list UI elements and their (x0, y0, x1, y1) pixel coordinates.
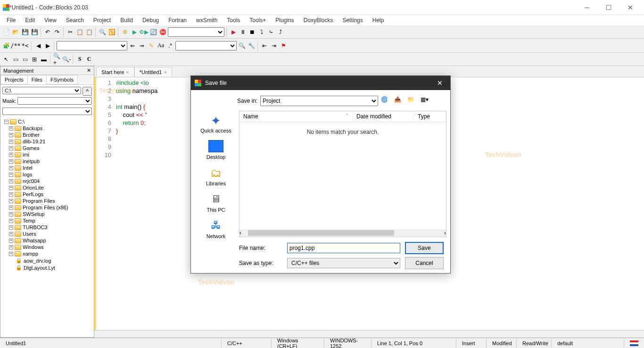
tree-folder[interactable]: +Program Files (x86) (2, 204, 92, 211)
file-list-scrollbar[interactable]: ‹› (239, 229, 446, 237)
zoom-out-icon[interactable]: 🔍- (62, 55, 71, 64)
menu-search[interactable]: Search (61, 16, 89, 25)
col-date[interactable]: Date modified (353, 111, 414, 122)
tree-file[interactable]: 🔒DlgLayout.Lyt (2, 264, 92, 271)
regex-icon[interactable]: .* (166, 41, 174, 50)
save-all-icon[interactable]: 💾 (30, 28, 39, 36)
close-icon[interactable]: × (126, 69, 129, 75)
expand-icon[interactable]: + (9, 252, 13, 256)
tree-folder[interactable]: +Brother (2, 132, 92, 138)
menu-toolsplus[interactable]: Tools+ (245, 16, 271, 25)
expand-icon[interactable]: + (9, 192, 13, 197)
redo-icon[interactable]: ↷ (53, 28, 61, 36)
copy-icon[interactable]: 📋 (75, 28, 84, 36)
tree-folder[interactable]: +PerfLogs (2, 191, 92, 198)
status-lang-flag[interactable] (624, 338, 644, 348)
save-as-type-select[interactable]: C/C++ files (287, 258, 400, 268)
drive-up-button[interactable]: ^ (83, 87, 92, 96)
prev-mark-icon[interactable]: ⇐ (128, 41, 137, 50)
build-icon[interactable]: ⚙ (121, 28, 129, 36)
build-target-select[interactable] (168, 27, 224, 37)
replace-icon[interactable]: 🔁 (107, 28, 116, 36)
cut-icon[interactable]: ✂ (66, 28, 74, 36)
expand-icon[interactable]: + (9, 245, 13, 249)
run-icon[interactable]: ▶ (130, 28, 139, 36)
new-file-icon[interactable]: 📄 (2, 28, 10, 36)
expand-icon[interactable]: + (9, 239, 13, 243)
flag-icon[interactable]: ⚑ (279, 41, 288, 50)
sizer-icon[interactable]: ⊞ (30, 55, 39, 64)
save-in-select[interactable]: Project (260, 96, 378, 106)
tree-folder[interactable]: +Windows (2, 244, 92, 250)
tree-file[interactable]: 🔒aow_drv.log (2, 257, 92, 264)
save-button[interactable]: Save (405, 242, 444, 254)
menu-doxyblocks[interactable]: DoxyBlocks (299, 16, 338, 25)
tree-folder[interactable]: +Users (2, 231, 92, 237)
step-over-icon[interactable]: ⤵ (257, 28, 266, 36)
tree-folder[interactable]: +logs (2, 171, 92, 178)
expand-icon[interactable]: + (9, 173, 13, 177)
save-icon[interactable]: 💾 (21, 28, 29, 36)
dialog-close-button[interactable]: ✕ (433, 79, 446, 87)
place-this-pc[interactable]: 🖥This PC (195, 193, 237, 213)
file-list[interactable]: Name ˄ Date modified Type No items match… (239, 111, 446, 237)
view-menu-icon[interactable]: ▦▾ (421, 96, 431, 106)
tab-projects[interactable]: Projects (0, 75, 28, 84)
menu-project[interactable]: Project (89, 16, 116, 25)
tree-folder[interactable]: +OrionLite (2, 184, 92, 191)
tree-folder[interactable]: +SWSetup (2, 211, 92, 217)
tab-files[interactable]: Files (27, 75, 47, 84)
tab-fsymbols[interactable]: FSymbols (46, 75, 78, 84)
filter-select[interactable] (2, 108, 92, 115)
place-quick-access[interactable]: ✦Quick access (195, 114, 237, 133)
highlight-icon[interactable]: ✎ (147, 41, 156, 50)
filename-input[interactable] (287, 243, 400, 253)
build-run-icon[interactable]: ⚙▶ (140, 28, 148, 36)
settings-icon[interactable]: 🔧 (247, 41, 256, 50)
paste-icon[interactable]: 📋 (85, 28, 93, 36)
pointer-icon[interactable]: ↖ (2, 55, 10, 64)
debug-run-icon[interactable]: ▶ (229, 28, 238, 36)
panel-close-icon[interactable]: ✕ (87, 67, 91, 74)
drive-select[interactable]: C:\ (2, 87, 81, 94)
expand-icon[interactable]: + (9, 126, 13, 131)
expand-icon[interactable]: + (9, 232, 13, 236)
place-libraries[interactable]: 🗂Libraries (195, 166, 237, 186)
place-network[interactable]: 🖧Network (195, 219, 237, 239)
menu-help[interactable]: Help (368, 16, 389, 25)
tree-folder[interactable]: +Program Files (2, 198, 92, 204)
menu-wxsmith[interactable]: wxSmith (191, 16, 222, 25)
menu-build[interactable]: Build (116, 16, 138, 25)
menu-plugins[interactable]: Plugins (271, 16, 298, 25)
panel-icon[interactable]: ▭ (21, 55, 29, 64)
nav-up-icon[interactable]: 📤 (394, 96, 405, 106)
col-name[interactable]: Name ˄ (239, 111, 353, 122)
rebuild-icon[interactable]: 🔄 (149, 28, 157, 36)
cancel-button[interactable]: Cancel (405, 257, 444, 269)
find-icon[interactable]: 🔍 (98, 28, 107, 36)
expand-icon[interactable]: + (9, 186, 13, 190)
tree-folder[interactable]: +nrjc004 (2, 178, 92, 184)
new-folder-icon[interactable]: 📁 (407, 96, 418, 106)
close-button[interactable]: ✕ (619, 0, 641, 15)
tree-root[interactable]: −C:\ (2, 118, 92, 125)
expand-icon[interactable]: + (9, 166, 13, 170)
tree-folder[interactable]: +xampp (2, 250, 92, 257)
maximize-button[interactable]: ☐ (598, 0, 619, 15)
expand-icon[interactable]: + (9, 146, 13, 150)
s-icon[interactable]: S (75, 55, 84, 64)
tag-icon[interactable]: *< (21, 41, 29, 50)
button-ctrl-icon[interactable]: ▬ (40, 55, 48, 64)
nav-back-icon[interactable]: 🌀 (381, 96, 391, 106)
tree-folder[interactable]: +Backups (2, 125, 92, 132)
tab-untitled1[interactable]: *Untitled1× (134, 67, 172, 77)
scope-select[interactable] (57, 41, 127, 50)
expand-icon[interactable]: + (9, 219, 13, 223)
tree-folder[interactable]: +inetpub (2, 158, 92, 165)
close-icon[interactable]: × (164, 69, 166, 75)
menu-file[interactable]: File (2, 16, 20, 25)
tree-folder[interactable]: +Temp (2, 217, 92, 224)
expand-icon[interactable]: + (9, 179, 13, 183)
minimize-button[interactable]: ─ (576, 0, 598, 15)
frame-icon[interactable]: ▭ (11, 55, 20, 64)
